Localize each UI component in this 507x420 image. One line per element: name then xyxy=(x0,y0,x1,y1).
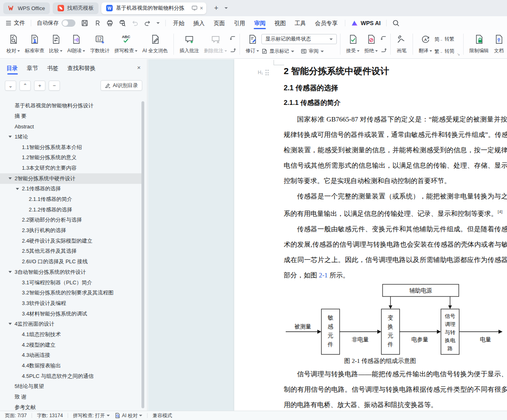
to-traditional-button[interactable]: 简→ 转繁 xyxy=(434,36,454,43)
print-icon[interactable] xyxy=(106,19,113,27)
ai-read-button[interactable]: AI朗读 xyxy=(65,33,88,55)
tab-list-chevron-icon[interactable] xyxy=(225,7,228,9)
sidebar-scrollbar[interactable] xyxy=(141,101,144,408)
chevron-down-icon[interactable] xyxy=(9,136,12,138)
toc-item[interactable]: 4监控画面的设计 xyxy=(0,319,141,329)
save-icon[interactable] xyxy=(81,19,88,27)
to-simplified-button[interactable]: 繁→ 转简 xyxy=(434,48,454,55)
compare-button[interactable]: 比较 xyxy=(47,33,65,55)
spell-check-button[interactable]: ABC 拼写检查 xyxy=(112,33,140,55)
export-icon[interactable] xyxy=(94,19,101,27)
tab-find-replace[interactable]: 查找和替换 xyxy=(67,59,96,77)
toc-item[interactable]: 3.4材料智能分拣系统的调试 xyxy=(0,309,141,319)
menu-insert[interactable]: 插入 xyxy=(192,16,206,30)
toc-item[interactable]: Abstract xyxy=(0,121,141,132)
search-icon[interactable] xyxy=(392,19,400,27)
brush-button[interactable]: 画笔 xyxy=(394,33,409,55)
toc-item[interactable]: 4.2模型的建立 xyxy=(0,340,141,350)
figure-reference-link[interactable]: 2-1 xyxy=(319,271,328,279)
toc-item[interactable]: 参考文献 xyxy=(0,402,141,411)
toc-item[interactable]: 2.6I/O 口的选择及 PLC 接线 xyxy=(0,256,141,267)
reject-button[interactable]: 拒绝 xyxy=(362,33,380,55)
track-changes-button[interactable]: 修订 xyxy=(243,33,261,55)
toc-item[interactable]: 摘 要 xyxy=(0,111,141,122)
translate-button[interactable]: A 翻译 xyxy=(416,33,434,55)
tab-wps-office[interactable]: WPS Office xyxy=(3,2,50,14)
toc-item[interactable]: 1.1智能分拣系统基本介绍 xyxy=(0,142,141,153)
toc-item[interactable]: 2.4硬件设计及实际模型的建立 xyxy=(0,236,141,246)
standard-review-button[interactable]: 标准审查 xyxy=(22,33,47,55)
toc-item[interactable]: 3自动智能分拣系统的软件设计 xyxy=(0,267,141,277)
toc-item[interactable]: 1.3本文研究的主要内容 xyxy=(0,163,141,173)
tab-contents[interactable]: 目录 xyxy=(6,59,18,77)
chevron-down-icon[interactable] xyxy=(9,177,12,179)
menu-home[interactable]: 开始 xyxy=(171,16,186,30)
dialog-launcher-icon[interactable]: ↘ xyxy=(457,52,460,56)
tab-docer-template[interactable]: 找稻壳模板 xyxy=(53,2,98,14)
accept-button[interactable]: 接受 xyxy=(344,33,362,55)
ai-proofread-status[interactable]: AI 校对 xyxy=(115,412,143,419)
tab-document[interactable]: W 基于机器视觉的智能物料分拣 × xyxy=(101,2,206,14)
word-count-button[interactable]: 12 字数统计 xyxy=(88,33,112,55)
toc-item[interactable]: 致 谢 xyxy=(0,392,141,402)
print-preview-icon[interactable] xyxy=(119,19,126,27)
previous-comment-icon[interactable] xyxy=(229,35,236,42)
menu-view[interactable]: 视图 xyxy=(273,16,287,30)
toc-item[interactable]: 2.1.2传感器的选择 xyxy=(0,205,141,215)
collapse-all-button[interactable]: ⌃ xyxy=(19,81,31,91)
menu-review[interactable]: 审阅 xyxy=(252,16,267,30)
menu-member[interactable]: 会员专享 xyxy=(313,16,339,30)
close-icon[interactable]: × xyxy=(200,5,203,11)
tab-chapters[interactable]: 章节 xyxy=(27,59,38,77)
toc-item[interactable]: 2.1.1传感器的简介 xyxy=(0,194,141,205)
menu-tools[interactable]: 工具 xyxy=(293,16,308,30)
toc-item[interactable]: 1.2智能分拣系统的意义 xyxy=(0,152,141,163)
ai-recognize-toc-button[interactable]: AI识别目录 xyxy=(101,80,142,91)
next-comment-icon[interactable] xyxy=(229,47,236,53)
markup-state-dropdown[interactable]: 显示标记的最终状态 xyxy=(261,34,337,44)
toc-item[interactable]: 2.1传感器的选择 xyxy=(0,184,141,194)
drag-handle-icon[interactable] xyxy=(265,70,269,75)
autosave-toggle[interactable] xyxy=(62,19,75,27)
toc-item[interactable]: 3.2智能分拣系统的控制要求及其流程图 xyxy=(0,288,141,298)
toc-item[interactable]: 2.3执行机构的选择 xyxy=(0,225,141,236)
chevron-down-icon[interactable] xyxy=(9,271,12,273)
screen-share-icon[interactable] xyxy=(192,6,197,11)
insert-comment-button[interactable]: 插入批注 xyxy=(177,33,201,55)
toc-item[interactable]: 4.5PLC 与组态软件之间的通信 xyxy=(0,371,141,382)
previous-change-icon[interactable] xyxy=(380,35,387,42)
spell-check-status[interactable]: 拼写检查: 打开 xyxy=(73,412,110,419)
toc-item[interactable]: 4.1组态控制技术 xyxy=(0,329,141,340)
file-menu-button[interactable]: 文件 xyxy=(6,19,25,27)
redo-icon[interactable] xyxy=(144,19,151,27)
toc-item[interactable]: 5结论与展望 xyxy=(0,382,141,392)
document-page[interactable]: H₁ 2 智能分拣系统中硬件设计 2.1 传感器的选择 2.1.1 传感器的简介… xyxy=(234,59,507,411)
toc-item[interactable]: 3.3软件设计及编程 xyxy=(0,298,141,309)
toc-item[interactable]: 2智能分拣系统中硬件设计 xyxy=(0,173,141,184)
chevron-down-icon[interactable] xyxy=(9,323,12,325)
ai-polish-button[interactable]: AI 全文润色 xyxy=(140,33,170,55)
chevron-down-icon[interactable] xyxy=(16,188,19,190)
toc-item[interactable]: 2.5其他元器件及其选择 xyxy=(0,246,141,257)
toc-item[interactable]: 基于机器视觉的智能物料分拣设计 xyxy=(0,100,141,111)
toc-item[interactable]: 1绪论 xyxy=(0,132,141,142)
toc-item[interactable]: 4.4数据报表输出 xyxy=(0,360,141,371)
toc-item[interactable]: 2.2驱动部分的分析与选择 xyxy=(0,215,141,226)
new-tab-button[interactable]: + xyxy=(212,4,221,13)
proofread-button[interactable]: 校对 xyxy=(4,33,22,55)
wps-ai-button[interactable]: WPS AI xyxy=(351,20,381,26)
expand-all-button[interactable]: ⌄ xyxy=(5,81,16,91)
zoom-out-button[interactable]: − xyxy=(49,81,60,91)
menu-page[interactable]: 页面 xyxy=(212,16,227,30)
toc-item[interactable]: 4.3动画连接 xyxy=(0,350,141,361)
zoom-in-button[interactable]: + xyxy=(34,81,45,91)
restrict-edit-button[interactable]: 限制编辑 xyxy=(467,33,491,55)
toc-item[interactable]: 3.1可编程控制器（PLC）简介 xyxy=(0,277,141,288)
next-change-icon[interactable] xyxy=(380,47,387,53)
show-markup-button[interactable]: 显示标记 xyxy=(261,48,294,55)
more-history-chevron-icon[interactable] xyxy=(156,22,160,24)
close-sidebar-icon[interactable]: × xyxy=(137,64,141,71)
doc-permission-button[interactable]: 文档 xyxy=(491,33,507,55)
tab-bookmarks[interactable]: 书签 xyxy=(47,59,58,77)
review-pane-button[interactable]: 审阅 xyxy=(301,48,324,55)
